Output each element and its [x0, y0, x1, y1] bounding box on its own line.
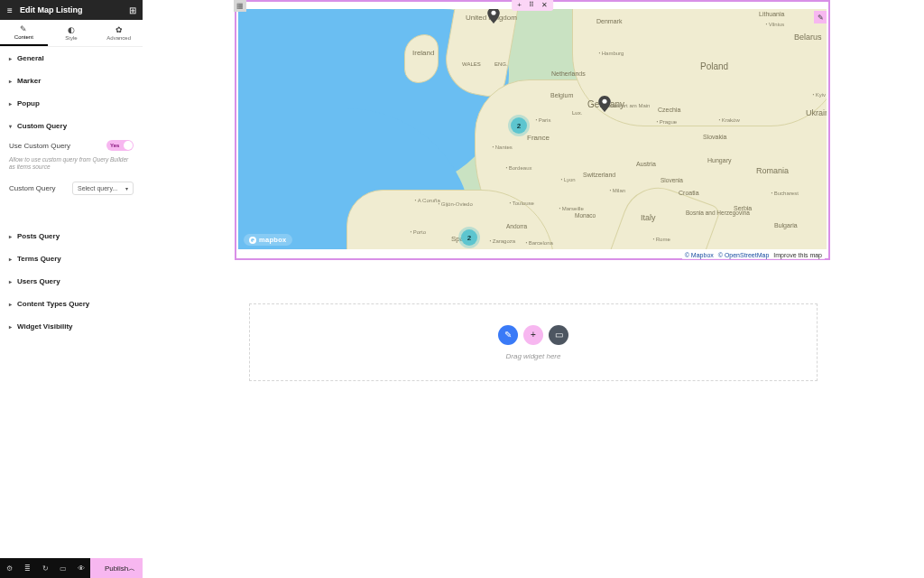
- section-widget-visibility[interactable]: ▸Widget Visibility: [0, 315, 143, 338]
- toggle-text: Yes: [106, 143, 119, 148]
- tab-label: Content: [14, 34, 33, 40]
- section-terms-query[interactable]: ▸Terms Query: [0, 247, 143, 270]
- city-label: Vilnius: [765, 22, 784, 27]
- menu-hamburger-icon[interactable]: ≡: [0, 5, 20, 15]
- section-marker[interactable]: ▸Marker: [0, 70, 143, 92]
- country-label: Italy: [641, 213, 656, 222]
- chevron-right-icon: ▸: [9, 100, 12, 107]
- dropzone-hint: Drag widget here: [506, 352, 561, 360]
- contrast-icon: ◐: [68, 26, 75, 34]
- map-marker-icon[interactable]: [487, 9, 500, 23]
- settings-icon[interactable]: ⚙: [0, 558, 18, 578]
- country-label: Denmark: [596, 18, 622, 24]
- country-label: Hungary: [707, 157, 731, 163]
- country-label: Andorra: [506, 223, 527, 229]
- section-label: Widget Visibility: [17, 322, 73, 331]
- panel-tabs: ✎ Content ◐ Style ✿ Advanced: [0, 20, 143, 47]
- city-label: Gijón-Oviedo: [438, 201, 473, 207]
- section-handle-icon[interactable]: ▦: [234, 0, 246, 12]
- city-label: Lyon: [560, 177, 576, 182]
- chevron-right-icon: ▸: [9, 55, 12, 61]
- edit-widget-icon[interactable]: ✎: [814, 11, 827, 23]
- map-marker-icon[interactable]: [598, 96, 611, 112]
- city-label: Prague: [656, 119, 677, 125]
- map-frame: ✎ United Kingdom Ireland WALES EN: [235, 0, 830, 260]
- responsive-icon[interactable]: ▭: [54, 558, 72, 578]
- country-label: Serbia: [734, 205, 752, 211]
- svg-point-0: [491, 11, 495, 15]
- sidebar-bottombar: ⚙ ≣ ↻ ▭ 👁 Publish ︿: [0, 558, 143, 578]
- section-label: Marker: [17, 77, 41, 85]
- add-folder-button[interactable]: ▭: [549, 325, 568, 345]
- tab-advanced[interactable]: ✿ Advanced: [95, 20, 143, 46]
- chevron-right-icon: ▸: [9, 301, 12, 307]
- country-label: WALES: [462, 61, 481, 67]
- custom-query-select[interactable]: Select query... ▾: [72, 182, 134, 195]
- preview-canvas: ▦ + ⠿ ✕ ✎ United: [143, 0, 924, 578]
- map-surface[interactable]: United Kingdom Ireland WALES ENG. France…: [238, 9, 827, 249]
- section-general[interactable]: ▸General: [0, 47, 143, 70]
- city-label: Nantes: [492, 144, 513, 150]
- use-custom-query-toggle[interactable]: Yes: [106, 140, 134, 151]
- section-label: Posts Query: [17, 232, 60, 240]
- country-label: Czechia: [658, 107, 680, 113]
- city-label: Barcelona: [525, 240, 553, 246]
- section-popup[interactable]: ▸Popup: [0, 92, 143, 115]
- map-widget[interactable]: ▦ + ⠿ ✕ ✎ United: [235, 0, 830, 260]
- country-label: Poland: [700, 61, 728, 71]
- empty-section-dropzone[interactable]: ✎ + ▭ Drag widget here: [249, 303, 818, 381]
- add-section-button[interactable]: +: [517, 1, 522, 9]
- city-label: Paris: [535, 117, 550, 123]
- chevron-right-icon: ▸: [9, 278, 12, 284]
- map-cluster[interactable]: 2: [461, 229, 477, 246]
- plus-icon: +: [531, 330, 536, 340]
- tab-label: Style: [65, 35, 77, 41]
- tab-style[interactable]: ◐ Style: [48, 20, 96, 46]
- chevron-right-icon: ▸: [9, 233, 12, 239]
- navigator-icon[interactable]: ≣: [18, 558, 36, 578]
- country-label: Croatia: [679, 190, 699, 196]
- history-icon[interactable]: ↻: [36, 558, 54, 578]
- map-attribution: © Mapbox © OpenStreetMap Improve this ma…: [682, 251, 825, 259]
- pencil-icon: ✎: [20, 25, 27, 33]
- attrib-osm-link[interactable]: © OpenStreetMap: [718, 252, 770, 258]
- city-label: A Coruña: [414, 198, 440, 203]
- svg-point-1: [602, 99, 606, 104]
- section-users-query[interactable]: ▸Users Query: [0, 270, 143, 293]
- editor-sidebar: ≡ Edit Map Listing ⊞ ✎ Content ◐ Style ✿…: [0, 0, 143, 578]
- attrib-mapbox-link[interactable]: © Mapbox: [685, 252, 714, 258]
- apps-icon[interactable]: ⊞: [123, 5, 143, 15]
- section-label: Terms Query: [17, 255, 61, 263]
- publish-label: Publish: [105, 564, 128, 573]
- city-label: Rome: [652, 237, 670, 242]
- section-custom-query[interactable]: ▾Custom Query: [0, 115, 143, 137]
- gear-icon: ✿: [116, 26, 123, 34]
- use-custom-query-label: Use Custom Query: [9, 142, 106, 150]
- add-template-button[interactable]: ✎: [498, 325, 518, 345]
- section-label: Content Types Query: [17, 300, 89, 308]
- section-content-types-query[interactable]: ▸Content Types Query: [0, 293, 143, 315]
- mapbox-logo-icon: [249, 237, 256, 244]
- city-label: Hamburg: [598, 51, 624, 56]
- remove-section-button[interactable]: ✕: [541, 1, 548, 9]
- drag-handle-icon[interactable]: ⠿: [529, 1, 534, 9]
- tab-content[interactable]: ✎ Content: [0, 20, 48, 46]
- mapbox-text: mapbox: [259, 236, 287, 244]
- panel-title: Edit Map Listing: [20, 5, 123, 14]
- attrib-improve-link[interactable]: Improve this map: [773, 252, 822, 258]
- toggle-knob: [124, 141, 133, 150]
- mapbox-wordmark[interactable]: mapbox: [244, 234, 292, 246]
- city-label: Kyiv: [812, 92, 826, 98]
- city-label: Toulouse: [509, 200, 534, 206]
- country-label: Netherlands: [551, 70, 586, 77]
- chevron-up-icon: ︿: [128, 564, 135, 573]
- city-label: Zaragoza: [489, 238, 515, 244]
- country-label: Romania: [756, 166, 789, 175]
- map-cluster[interactable]: 2: [511, 117, 527, 134]
- preview-icon[interactable]: 👁: [72, 558, 90, 578]
- country-label: France: [527, 134, 550, 142]
- country-label: Ukraine: [806, 108, 827, 117]
- add-widget-button[interactable]: +: [523, 325, 543, 345]
- section-posts-query[interactable]: ▸Posts Query: [0, 225, 143, 247]
- publish-button[interactable]: Publish ︿: [90, 558, 143, 578]
